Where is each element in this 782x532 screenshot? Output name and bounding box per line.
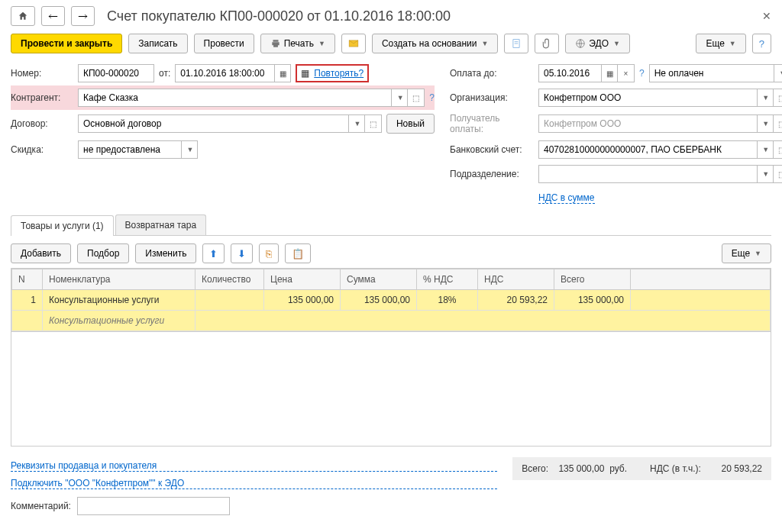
connect-edo-link[interactable]: Подключить "ООО "Конфетпром"" к ЭДО <box>11 478 497 489</box>
help-button[interactable]: ? <box>752 34 771 53</box>
change-button[interactable]: Изменить <box>135 243 196 263</box>
post-button[interactable]: Провести <box>194 34 254 53</box>
table-sub-row[interactable]: Консультационные услуги <box>12 311 771 331</box>
open-icon: ⬚ <box>778 146 782 154</box>
dropdown-button[interactable]: ▼ <box>757 114 774 133</box>
vat-mode-link[interactable]: НДС в сумме <box>538 192 595 204</box>
footer-summary: Всего: 135 000,00 руб. НДС (в т.ч.): 20 … <box>512 457 771 480</box>
open-button[interactable]: ⬚ <box>774 89 782 107</box>
cell-sub-nomenclature: Консультационные услуги <box>43 311 196 331</box>
clear-button[interactable]: × <box>618 64 635 82</box>
move-up-button[interactable]: ⬆ <box>202 243 225 263</box>
col-vat[interactable]: НДС <box>478 269 554 290</box>
open-button[interactable]: ⬚ <box>774 114 782 133</box>
counterparty-label: Контрагент: <box>11 92 73 103</box>
open-icon: ⬚ <box>778 170 782 179</box>
payment-until-label: Оплата до: <box>450 68 534 79</box>
clip-button[interactable] <box>535 34 559 53</box>
pick-button[interactable]: Подбор <box>77 243 129 263</box>
tab-returnable-tare[interactable]: Возвратная тара <box>115 214 207 235</box>
cell-price: 135 000,00 <box>264 290 341 311</box>
arrow-right-icon: 🡒 <box>78 11 88 22</box>
back-button[interactable]: 🡐 <box>41 6 65 26</box>
organization-label: Организация: <box>450 92 534 103</box>
col-vat-pct[interactable]: % НДС <box>417 269 478 290</box>
col-qty[interactable]: Количество <box>196 269 264 290</box>
calendar-small-icon: ▦ <box>301 68 309 79</box>
new-contract-button[interactable]: Новый <box>386 114 435 134</box>
post-and-close-button[interactable]: Провести и закрыть <box>11 34 122 53</box>
calendar-icon: ▦ <box>606 69 613 78</box>
document-icon <box>511 38 522 49</box>
paste-button[interactable]: 📋 <box>285 243 311 263</box>
col-sum[interactable]: Сумма <box>341 269 417 290</box>
edo-button[interactable]: ЭДО ▼ <box>565 34 630 53</box>
close-button[interactable]: ✕ <box>762 10 771 22</box>
dropdown-button[interactable]: ▼ <box>774 64 782 82</box>
home-button[interactable] <box>11 6 35 26</box>
payment-until-input[interactable] <box>538 64 601 82</box>
create-based-on-button[interactable]: Создать на основании ▼ <box>372 34 498 53</box>
open-button[interactable]: ⬚ <box>774 165 782 183</box>
table-toolbar: Добавить Подбор Изменить ⬆ ⬇ ⎘ 📋 Еще ▼ <box>11 243 771 263</box>
from-label: от: <box>159 68 170 79</box>
table-row[interactable]: 1 Консультационные услуги 135 000,00 135… <box>12 290 771 311</box>
date-input[interactable] <box>175 64 274 82</box>
counterparty-input[interactable] <box>78 89 391 107</box>
chevron-down-icon: ▼ <box>613 40 620 47</box>
cell-vat: 20 593,22 <box>478 290 554 311</box>
bank-account-label: Банковский счет: <box>450 144 534 155</box>
open-icon: ⬚ <box>778 94 782 102</box>
calendar-button[interactable]: ▦ <box>274 64 291 82</box>
division-input[interactable] <box>538 165 757 183</box>
copy-button[interactable]: ⎘ <box>259 243 279 263</box>
copy-icon: ⎘ <box>266 248 272 260</box>
table-more-button[interactable]: Еще ▼ <box>722 243 771 263</box>
more-button[interactable]: Еще ▼ <box>696 34 745 53</box>
chevron-down-icon: ▼ <box>481 40 488 47</box>
col-total[interactable]: Всего <box>554 269 631 290</box>
calendar-button[interactable]: ▦ <box>601 64 618 82</box>
paperclip-icon <box>541 38 552 49</box>
bank-account-input[interactable] <box>538 140 757 159</box>
repeat-link[interactable]: Повторять? <box>314 68 364 79</box>
discount-select[interactable] <box>78 140 181 159</box>
dropdown-button[interactable]: ▼ <box>757 165 774 183</box>
tab-goods-services[interactable]: Товары и услуги (1) <box>11 215 114 236</box>
col-price[interactable]: Цена <box>264 269 341 290</box>
add-row-button[interactable]: Добавить <box>11 243 71 263</box>
col-nomenclature[interactable]: Номенклатура <box>43 269 196 290</box>
dropdown-button[interactable]: ▼ <box>181 140 198 159</box>
dropdown-button[interactable]: ▼ <box>348 114 365 133</box>
repeat-highlight: ▦ Повторять? <box>296 64 369 82</box>
toolbar: Провести и закрыть Записать Провести Печ… <box>11 34 771 53</box>
table-empty-area <box>11 332 771 447</box>
open-button[interactable]: ⬚ <box>408 89 425 107</box>
contract-input[interactable] <box>78 114 348 133</box>
forward-button[interactable]: 🡒 <box>71 6 95 26</box>
dropdown-button[interactable]: ▼ <box>757 140 774 159</box>
dropdown-button[interactable]: ▼ <box>391 89 408 107</box>
help-link[interactable]: ? <box>639 68 645 79</box>
organization-input[interactable] <box>538 89 757 107</box>
seller-buyer-details-link[interactable]: Реквизиты продавца и покупателя <box>11 460 497 472</box>
help-link[interactable]: ? <box>429 92 435 103</box>
attachment-doc-button[interactable] <box>504 34 528 53</box>
open-button[interactable]: ⬚ <box>365 114 382 133</box>
open-icon: ⬚ <box>412 94 419 102</box>
contract-label: Договор: <box>11 118 73 129</box>
envelope-icon <box>348 38 359 49</box>
number-input[interactable] <box>78 64 154 82</box>
write-button[interactable]: Записать <box>128 34 187 53</box>
dropdown-button[interactable]: ▼ <box>757 89 774 107</box>
comment-input[interactable] <box>77 497 230 515</box>
col-n[interactable]: N <box>12 269 43 290</box>
print-button[interactable]: Печать ▼ <box>260 34 335 53</box>
payment-status-select[interactable] <box>649 64 774 82</box>
move-down-button[interactable]: ⬇ <box>231 243 253 263</box>
cell-vat-pct: 18% <box>417 290 478 311</box>
open-button[interactable]: ⬚ <box>774 140 782 159</box>
payee-input <box>538 114 757 133</box>
mail-button[interactable] <box>341 34 366 53</box>
paste-icon: 📋 <box>292 248 304 260</box>
